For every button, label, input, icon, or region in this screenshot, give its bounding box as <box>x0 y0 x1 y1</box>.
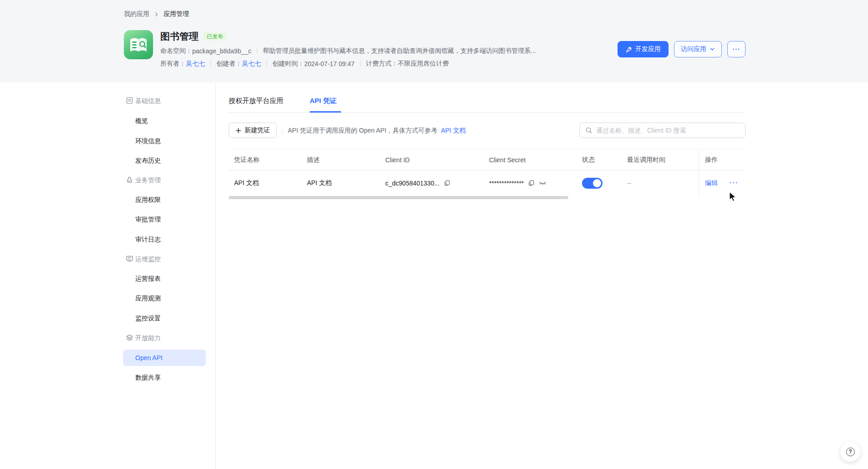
namespace-label: 命名空间： <box>160 47 192 55</box>
sidebar-group-business-management: 业务管理 <box>123 175 216 185</box>
page-header: 我的应用 应用管理 图书管理 已发布 命名空间： package_b8da <box>0 0 868 82</box>
table-header: 凭证名称 描述 Client ID Client Secret 状态 最近调用时… <box>229 149 745 170</box>
meta-divider <box>257 48 257 54</box>
col-client-secret: Client Secret <box>489 156 526 164</box>
tabbar: 授权开放平台应用 API 凭证 <box>229 82 745 113</box>
app-meta-line-1: 命名空间： package_b8da9b__c 帮助管理员批量维护图书与藏本信息… <box>160 47 536 55</box>
sidebar: 基础信息 概览 环境信息 发布历史 业务管理 应用权限 审批管理 审计日志 运维… <box>123 82 216 469</box>
sidebar-item-approval-management[interactable]: 审批管理 <box>135 215 161 224</box>
sidebar-item-app-permissions[interactable]: 应用权限 <box>135 195 161 204</box>
api-docs-link[interactable]: API 文档 <box>441 127 465 134</box>
sidebar-item-release-history[interactable]: 发布历史 <box>135 156 161 165</box>
sidebar-item-audit-log[interactable]: 审计日志 <box>135 235 161 244</box>
col-client-id: Client ID <box>385 156 410 164</box>
app-management-screen: 我的应用 应用管理 图书管理 已发布 命名空间： package_b8da <box>0 0 868 469</box>
toolbar-divider <box>282 126 283 135</box>
credentials-table: 凭证名称 描述 Client ID Client Secret 状态 最近调用时… <box>229 149 745 196</box>
creator-link[interactable]: 吴七七 <box>242 60 261 68</box>
app-title: 图书管理 <box>160 30 199 43</box>
edit-link[interactable]: 编辑 <box>705 179 718 187</box>
created-value: 2024-07-17 09:47 <box>304 60 355 67</box>
new-credential-button[interactable]: 新建凭证 <box>229 123 277 138</box>
client-id-value: c_dc9058401330... <box>385 180 439 187</box>
visit-app-label: 访问应用 <box>681 45 706 53</box>
copy-icon[interactable] <box>444 180 450 186</box>
sidebar-item-overview[interactable]: 概览 <box>135 116 148 125</box>
chevron-down-icon <box>710 46 715 52</box>
cell-status <box>582 178 602 189</box>
chevron-right-icon <box>154 12 159 17</box>
dev-icon <box>625 46 632 53</box>
billing-label: 计费方式： <box>366 60 398 68</box>
namespace-value: package_b8da9b__c <box>192 47 251 55</box>
col-last-called: 最近调用时间 <box>627 156 665 164</box>
col-status: 状态 <box>582 156 595 164</box>
search-box[interactable] <box>579 123 745 138</box>
client-secret-value: ************** <box>489 180 524 187</box>
visit-app-button[interactable]: 访问应用 <box>674 41 722 57</box>
sidebar-group-ops-monitoring: 运维监控 <box>123 254 216 263</box>
sidebar-item-environment-info[interactable]: 环境信息 <box>135 136 161 145</box>
layers-icon <box>126 334 133 341</box>
creator-label: 创建者： <box>216 60 242 68</box>
stamp-icon <box>126 176 133 184</box>
copy-icon[interactable] <box>528 180 535 186</box>
help-icon: ? <box>846 448 855 456</box>
sidebar-group-label: 业务管理 <box>135 175 161 185</box>
develop-app-label: 开发应用 <box>635 45 661 53</box>
cell-client-id: c_dc9058401330... <box>385 180 450 187</box>
new-credential-label: 新建凭证 <box>245 126 270 134</box>
eye-closed-icon[interactable] <box>539 180 546 186</box>
meta-divider <box>266 61 267 67</box>
tab-api-credentials[interactable]: API 凭证 <box>310 97 337 105</box>
cell-last-called: -- <box>627 180 631 187</box>
plus-icon <box>235 128 241 134</box>
cell-description: API 文档 <box>307 179 332 187</box>
meta-divider <box>210 61 211 67</box>
ellipsis-icon: ··· <box>733 46 740 53</box>
row-more-button[interactable]: ··· <box>730 179 739 187</box>
breadcrumb-app-management: 应用管理 <box>163 10 189 18</box>
sidebar-group-open-capabilities: 开放能力 <box>123 333 216 342</box>
sidebar-item-app-observation[interactable]: 应用观测 <box>135 294 161 303</box>
breadcrumb-my-apps[interactable]: 我的应用 <box>124 10 149 18</box>
sidebar-item-monitor-settings[interactable]: 监控设置 <box>135 314 161 323</box>
sidebar-item-operation-reports[interactable]: 运营报表 <box>135 274 161 283</box>
app-meta-line-2: 所有者： 吴七七 创建者： 吴七七 创建时间： 2024-07-17 09:47… <box>160 60 449 68</box>
sidebar-group-basic-info: 基础信息 <box>123 96 216 105</box>
breadcrumb: 我的应用 应用管理 <box>124 10 189 18</box>
status-toggle[interactable] <box>582 178 602 189</box>
app-description: 帮助管理员批量维护图书与藏本信息，支持读者自助查询并借阅馆藏，支持多端访问图书管… <box>263 47 536 55</box>
owner-link[interactable]: 吴七七 <box>186 60 205 68</box>
status-badge: 已发布 <box>203 32 227 41</box>
cell-actions: 编辑 ··· <box>705 179 739 187</box>
created-label: 创建时间： <box>272 60 304 68</box>
help-button[interactable]: ? <box>840 442 860 462</box>
billing-value: 不限应用席位计费 <box>398 60 449 68</box>
search-input[interactable] <box>596 127 740 134</box>
monitor-icon <box>126 255 133 263</box>
toggle-knob <box>593 179 601 187</box>
sidebar-group-label: 基础信息 <box>135 96 161 105</box>
hint-text: API 凭证用于调用应用的 Open API，具体方式可参考 <box>288 127 437 134</box>
more-actions-button[interactable]: ··· <box>727 41 745 57</box>
meta-divider <box>360 61 361 67</box>
app-icon <box>124 30 153 59</box>
action-column-divider <box>699 149 699 196</box>
col-credential-name: 凭证名称 <box>234 156 260 164</box>
table-row: API 文档 API 文档 c_dc9058401330... ********… <box>229 170 745 196</box>
main-content: 授权开放平台应用 API 凭证 新建凭证 API 凭证用于调用应用的 Open … <box>229 82 745 469</box>
cell-client-secret: ************** <box>489 180 546 187</box>
active-tab-underline <box>310 111 341 113</box>
horizontal-scrollbar[interactable] <box>229 196 568 199</box>
owner-label: 所有者： <box>160 60 186 68</box>
sidebar-group-label: 运维监控 <box>135 254 161 263</box>
cell-credential-name: API 文档 <box>234 179 259 187</box>
col-description: 描述 <box>307 156 320 164</box>
sidebar-item-open-api[interactable]: Open API <box>135 353 163 362</box>
mouse-cursor <box>728 191 738 204</box>
search-icon <box>585 127 592 134</box>
develop-app-button[interactable]: 开发应用 <box>618 41 669 57</box>
tab-authorized-platform-apps[interactable]: 授权开放平台应用 <box>229 97 283 105</box>
sidebar-item-data-sharing[interactable]: 数据共享 <box>135 373 161 382</box>
